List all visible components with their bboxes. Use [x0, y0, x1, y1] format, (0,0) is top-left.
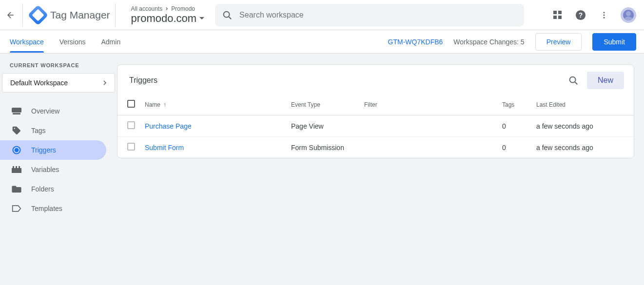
account-switcher[interactable]: All accounts Promodo promodo.com	[131, 5, 205, 25]
container-name: promodo.com	[131, 12, 197, 25]
product-name: Tag Manager	[50, 9, 110, 21]
tab-admin[interactable]: Admin	[101, 31, 120, 53]
sub-header-right: GTM-WQ7KDFB6 Workspace Changes: 5 Previe…	[388, 33, 636, 51]
body-area: CURRENT WORKSPACE Default Workspace Over…	[0, 54, 644, 285]
triggers-card: Triggers New Name↑ Event Type Filter Tag…	[117, 64, 634, 158]
search-icon	[222, 10, 233, 20]
variables-icon	[12, 165, 21, 174]
nav-label: Folders	[31, 185, 54, 193]
row-checkbox[interactable]	[127, 121, 135, 129]
nav-triggers[interactable]: Triggers	[0, 140, 106, 160]
sort-up-icon: ↑	[163, 101, 166, 108]
folder-icon	[12, 184, 21, 194]
apps-icon[interactable]	[550, 8, 564, 22]
select-all-checkbox[interactable]	[127, 100, 135, 108]
svg-rect-13	[19, 166, 20, 168]
col-event[interactable]: Event Type	[291, 95, 364, 115]
card-title: Triggers	[129, 76, 157, 85]
trigger-name[interactable]: Purchase Page	[145, 122, 192, 130]
nav-folders[interactable]: Folders	[0, 179, 106, 199]
tabs: Workspace Versions Admin	[10, 31, 120, 53]
back-arrow-icon[interactable]	[4, 8, 18, 22]
sub-header: Workspace Versions Admin GTM-WQ7KDFB6 Wo…	[0, 30, 644, 54]
tab-versions[interactable]: Versions	[59, 31, 86, 53]
preview-button[interactable]: Preview	[535, 33, 582, 51]
help-icon[interactable]: ?	[574, 8, 587, 22]
caret-down-icon	[199, 17, 204, 19]
header-actions: ?	[550, 7, 636, 23]
chevron-right-icon	[101, 79, 109, 87]
nav-label: Overview	[31, 107, 59, 115]
nav-label: Variables	[31, 166, 59, 173]
table-row[interactable]: Purchase Page Page View 0 a few seconds …	[117, 115, 634, 137]
filter	[364, 137, 502, 158]
overview-icon	[12, 106, 21, 116]
tag-count: 0	[502, 115, 536, 137]
breadcrumb: All accounts Promodo	[131, 5, 205, 12]
search-container	[215, 4, 524, 26]
container-selector[interactable]: promodo.com	[131, 12, 205, 25]
breadcrumb-account: Promodo	[171, 5, 195, 12]
table-row[interactable]: Submit Form Form Submission 0 a few seco…	[117, 137, 634, 158]
tag-manager-logo-icon	[28, 4, 48, 25]
event-type: Page View	[291, 115, 364, 137]
svg-point-3	[604, 12, 605, 13]
col-name[interactable]: Name↑	[145, 95, 291, 115]
workspace-selector[interactable]: Default Workspace	[2, 73, 115, 93]
workspace-name: Default Workspace	[10, 79, 68, 87]
col-filter[interactable]: Filter	[364, 95, 502, 115]
last-edited: a few seconds ago	[536, 115, 634, 137]
top-header: Tag Manager All accounts Promodo promodo…	[0, 0, 644, 30]
nav-list: Overview Tags Triggers Variables Folders…	[0, 101, 117, 218]
main-content: Triggers New Name↑ Event Type Filter Tag…	[117, 54, 644, 285]
nav-label: Triggers	[31, 146, 56, 154]
submit-button[interactable]: Submit	[592, 33, 636, 51]
svg-rect-6	[12, 108, 21, 113]
last-edited: a few seconds ago	[536, 137, 634, 158]
svg-rect-11	[13, 166, 14, 168]
svg-point-14	[570, 77, 576, 83]
nav-overview[interactable]: Overview	[0, 101, 106, 121]
tag-icon	[12, 126, 21, 135]
nav-label: Templates	[31, 205, 62, 212]
col-tags[interactable]: Tags	[502, 95, 536, 115]
nav-tags[interactable]: Tags	[0, 121, 106, 140]
triggers-table: Name↑ Event Type Filter Tags Last Edited…	[117, 95, 634, 158]
sidebar: CURRENT WORKSPACE Default Workspace Over…	[0, 54, 117, 285]
template-icon	[12, 204, 21, 213]
divider	[115, 3, 116, 27]
user-avatar[interactable]	[621, 7, 636, 23]
svg-point-0	[224, 11, 230, 17]
trigger-icon	[12, 145, 21, 155]
container-id[interactable]: GTM-WQ7KDFB6	[388, 38, 443, 46]
breadcrumb-all-accounts: All accounts	[131, 5, 163, 12]
chevron-right-icon	[164, 6, 169, 11]
workspace-changes[interactable]: Workspace Changes: 5	[453, 38, 524, 46]
svg-rect-7	[13, 113, 20, 114]
search-icon[interactable]	[566, 74, 580, 87]
nav-label: Tags	[31, 127, 46, 134]
current-workspace-label: CURRENT WORKSPACE	[0, 62, 117, 73]
row-checkbox[interactable]	[127, 143, 135, 151]
svg-point-9	[15, 149, 19, 152]
product-logo-block[interactable]: Tag Manager	[28, 8, 110, 22]
more-vert-icon[interactable]	[597, 8, 611, 22]
nav-variables[interactable]: Variables	[0, 160, 106, 179]
trigger-name[interactable]: Submit Form	[145, 144, 184, 152]
svg-point-5	[604, 17, 605, 18]
new-button[interactable]: New	[587, 72, 624, 89]
filter	[364, 115, 502, 137]
event-type: Form Submission	[291, 137, 364, 158]
divider	[22, 3, 23, 27]
search-input[interactable]	[239, 11, 517, 19]
search-box[interactable]	[215, 4, 524, 26]
card-actions: New	[566, 72, 624, 89]
col-edited[interactable]: Last Edited	[536, 95, 634, 115]
svg-rect-10	[12, 168, 21, 173]
col-checkbox	[117, 95, 145, 115]
nav-templates[interactable]: Templates	[0, 199, 106, 218]
tab-workspace[interactable]: Workspace	[10, 31, 44, 53]
svg-text:?: ?	[579, 11, 583, 19]
svg-rect-12	[16, 166, 17, 168]
card-head: Triggers New	[117, 65, 634, 95]
